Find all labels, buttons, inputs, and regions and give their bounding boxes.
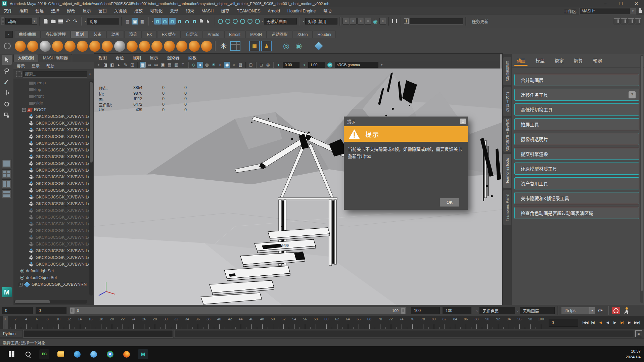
outliner-item-16[interactable]: GKCKGJCSGK_XJVBWN:Lev	[13, 214, 89, 221]
menu-item-9[interactable]: 播放	[131, 7, 146, 15]
tool-button-9[interactable]: 关卡隐藏和K帧记录工具	[514, 192, 639, 204]
isolate-select-icon[interactable]: ▢	[248, 62, 254, 68]
pycharm-icon[interactable]: PC	[39, 349, 49, 359]
playback-start-field[interactable]: 0	[36, 307, 66, 314]
make-live-icon[interactable]	[191, 18, 198, 25]
film-gate-icon[interactable]: ▭	[146, 62, 152, 68]
shelf-tab-FX[interactable]: FX	[142, 31, 156, 38]
xray-icon[interactable]: ◻	[258, 62, 264, 68]
move-tool[interactable]	[2, 88, 12, 98]
tool-button-4[interactable]: 拍屏工具	[514, 118, 639, 130]
snap-projected-center-icon[interactable]	[176, 18, 183, 25]
tool-button-8[interactable]: 资产复用工具	[514, 177, 639, 189]
tool-button-7[interactable]: 还原模型材质工具	[514, 163, 639, 175]
search-input[interactable]	[23, 71, 87, 78]
menu-set-select[interactable]: 动画	[5, 18, 32, 25]
outliner-vertical-scrollbar[interactable]	[89, 81, 93, 296]
repeat-brush-icon[interactable]	[114, 41, 125, 52]
side-tab-属性编辑器[interactable]: 属性编辑器	[503, 57, 511, 85]
viewport-menu-显示[interactable]: 显示	[145, 54, 163, 61]
shaded-icon[interactable]: ●	[197, 62, 203, 68]
xray-joints-icon[interactable]: ◎	[265, 62, 271, 68]
ipr-render-icon[interactable]	[350, 18, 357, 25]
chevron-down-icon[interactable]: ▾	[303, 20, 304, 23]
outliner-item-4[interactable]: GKCKGJCSGK_XJVBWN:Lev	[13, 133, 89, 140]
render-settings-icon[interactable]	[357, 18, 364, 25]
menu-item-13[interactable]: MASH	[198, 7, 217, 15]
character-set-select[interactable]: 无角色集	[479, 307, 515, 314]
shelf-tab-多边形建模[interactable]: 多边形建模	[41, 31, 71, 38]
help-icon[interactable]: ?	[629, 91, 636, 98]
play-backwards-button[interactable]: ◀	[604, 318, 611, 327]
panel-tab-动画[interactable]: 动画	[516, 54, 525, 67]
outliner-item-3[interactable]: GKCKGJCSGK_XJVBWN:Lev	[13, 127, 89, 133]
textured-icon[interactable]: ◍	[204, 62, 210, 68]
outliner-item-19[interactable]: GKCKGJCSGK_XJVBWN:Lev	[13, 234, 89, 241]
shelf-tab-MASH[interactable]: MASH	[245, 31, 267, 38]
outliner-item-12[interactable]: GKCKGJCSGK_XJVBWN:Lev	[13, 187, 89, 194]
shelf-tab-运动图形[interactable]: 运动图形	[267, 31, 292, 38]
outliner-item-6[interactable]: GKCKGJCSGK_XJVBWN:Lev	[13, 147, 89, 153]
wireframe-icon[interactable]: ◇	[190, 62, 196, 68]
current-frame-field[interactable]: 0	[549, 319, 578, 327]
menu-item-8[interactable]: 关键帧	[110, 7, 131, 15]
panel-tab-预演[interactable]: 预演	[593, 54, 602, 67]
chevron-down-icon[interactable]: ▼	[630, 8, 636, 14]
undo-icon[interactable]	[64, 18, 71, 25]
bookmark-icon[interactable]: ▸	[116, 62, 122, 68]
outliner-item-23[interactable]: GKCKGJCSGK_XJVBWN:Lev	[13, 261, 89, 268]
minimize-button[interactable]: –	[598, 0, 613, 7]
fps-select[interactable]: 25 fps	[561, 307, 589, 314]
menu-item-1[interactable]: 文件	[0, 7, 16, 15]
expand-icon[interactable]: +	[22, 108, 26, 112]
outliner-item-15[interactable]: GKCKGJCSGK_XJVBWN:Lev	[13, 207, 89, 214]
hypershade-icon[interactable]	[379, 18, 386, 25]
side-tab-通道盒/层编辑器[interactable]: 通道盒/层编辑器	[503, 118, 511, 152]
bulge-brush-icon[interactable]	[201, 41, 212, 52]
menu-item-4[interactable]: 选择	[47, 7, 63, 15]
outliner-item-last[interactable]: +GKCKGJCSGK_XJVBWNRN	[13, 281, 89, 288]
render-current-icon[interactable]	[372, 18, 379, 25]
menu-item-3[interactable]: 创建	[32, 7, 47, 15]
use-lights-icon[interactable]: ☀	[211, 62, 217, 68]
outliner-item-10[interactable]: GKCKGJCSGK_XJVBWN:Lev	[13, 174, 89, 180]
tool-button-5[interactable]: 摄像机透明片	[514, 133, 639, 145]
menu-item-12[interactable]: 约束	[182, 7, 198, 15]
menu-item-11[interactable]: 变形	[166, 7, 182, 15]
range-start-handle[interactable]	[70, 308, 75, 314]
side-tab-建模工具包[interactable]: 建模工具包	[503, 87, 511, 116]
scrape-brush-icon[interactable]	[151, 41, 163, 52]
select-tool[interactable]	[2, 55, 12, 65]
outliner-item-side[interactable]: side	[13, 100, 89, 106]
outliner-item-14[interactable]: GKCKGJCSGK_XJVBWN:Lev	[13, 200, 89, 207]
shelf-tab-Houdini[interactable]: Houdini	[313, 31, 336, 38]
taskbar-maya-icon[interactable]	[138, 349, 148, 359]
step-forward-key-button[interactable]: ▶|	[618, 318, 626, 327]
menu-item-6[interactable]: 显示	[79, 7, 95, 15]
ok-button[interactable]: OK	[440, 198, 459, 207]
menu-item-5[interactable]: 修改	[63, 7, 79, 15]
panel-tab-绑定[interactable]: 绑定	[555, 54, 564, 67]
go-to-start-button[interactable]: |◀◀	[582, 318, 589, 327]
numeric-input-field[interactable]	[410, 18, 463, 25]
task-update-button[interactable]: 任务更新	[472, 18, 489, 25]
menu-item-15[interactable]: TEAMONES	[233, 7, 264, 15]
safe-title-icon[interactable]: T	[180, 62, 186, 68]
script-editor-icon[interactable]: ≣	[635, 330, 642, 337]
outliner-item-11[interactable]: GKCKGJCSGK_XJVBWN:Lev	[13, 180, 89, 187]
dialog-close-button[interactable]: x	[460, 119, 466, 124]
filter-icon[interactable]	[16, 72, 21, 77]
viewport-menu-面板[interactable]: 面板	[184, 54, 201, 61]
anim-end-field[interactable]: 100	[443, 307, 471, 314]
select-object-icon[interactable]	[132, 18, 138, 25]
chevron-down-icon[interactable]: ▼	[87, 73, 93, 76]
redo-icon[interactable]	[72, 18, 79, 25]
shadows-icon[interactable]: ◐	[217, 62, 223, 68]
outliner-item-1[interactable]: GKCKGJCSGK_XJVBWN:Lev	[13, 113, 89, 120]
chevron-down-icon[interactable]: ▾	[262, 20, 263, 23]
tool-button-1[interactable]: 合并动画层	[514, 74, 639, 86]
output-connections-icon[interactable]	[224, 18, 231, 25]
grid-toggle-icon[interactable]: ▦	[140, 62, 146, 68]
play-forwards-button[interactable]: ▶	[611, 318, 618, 327]
attribute-editor-toggle-icon[interactable]	[614, 18, 620, 24]
